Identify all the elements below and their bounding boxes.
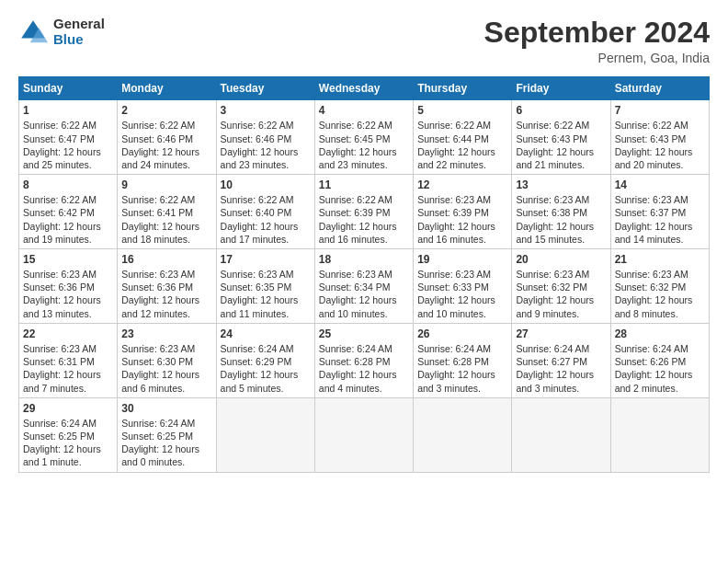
table-cell: 11Sunrise: 6:22 AMSunset: 6:39 PMDayligh… xyxy=(314,175,413,249)
header: General Blue September 2024 Pernem, Goa,… xyxy=(18,17,710,65)
table-cell: 13Sunrise: 6:23 AMSunset: 6:38 PMDayligh… xyxy=(512,175,610,249)
table-cell: 28Sunrise: 6:24 AMSunset: 6:26 PMDayligh… xyxy=(610,323,709,397)
day-number: 14 xyxy=(615,178,705,192)
table-cell: 22Sunrise: 6:23 AMSunset: 6:31 PMDayligh… xyxy=(19,323,118,397)
table-cell xyxy=(610,397,709,472)
day-number: 5 xyxy=(417,103,507,118)
day-number: 23 xyxy=(121,327,211,341)
col-monday: Monday xyxy=(118,77,216,100)
day-number: 12 xyxy=(417,178,507,192)
table-row: 22Sunrise: 6:23 AMSunset: 6:31 PMDayligh… xyxy=(19,323,710,397)
day-number: 1 xyxy=(23,103,113,118)
table-row: 29Sunrise: 6:24 AMSunset: 6:25 PMDayligh… xyxy=(19,397,710,472)
table-cell: 4Sunrise: 6:22 AMSunset: 6:45 PMDaylight… xyxy=(314,100,413,175)
day-number: 16 xyxy=(121,252,211,267)
day-number: 19 xyxy=(417,252,507,267)
day-number: 24 xyxy=(221,327,311,341)
day-number: 18 xyxy=(319,252,409,267)
table-cell: 2Sunrise: 6:22 AMSunset: 6:46 PMDaylight… xyxy=(118,100,216,175)
col-wednesday: Wednesday xyxy=(314,77,413,100)
logo-icon xyxy=(18,17,48,47)
table-cell xyxy=(216,397,314,472)
day-number: 13 xyxy=(516,178,606,192)
table-cell: 29Sunrise: 6:24 AMSunset: 6:25 PMDayligh… xyxy=(19,397,118,472)
day-number: 11 xyxy=(319,178,409,192)
col-thursday: Thursday xyxy=(414,77,512,100)
day-number: 22 xyxy=(23,327,113,341)
day-number: 10 xyxy=(221,178,311,192)
table-cell: 14Sunrise: 6:23 AMSunset: 6:37 PMDayligh… xyxy=(610,175,709,249)
col-friday: Friday xyxy=(512,77,610,100)
month-title: September 2024 xyxy=(484,17,710,49)
table-cell: 18Sunrise: 6:23 AMSunset: 6:34 PMDayligh… xyxy=(314,248,413,323)
table-cell: 6Sunrise: 6:22 AMSunset: 6:43 PMDaylight… xyxy=(512,100,610,175)
table-cell: 8Sunrise: 6:22 AMSunset: 6:42 PMDaylight… xyxy=(19,175,118,249)
logo-general: General xyxy=(53,17,105,32)
day-number: 29 xyxy=(23,401,113,416)
table-cell: 12Sunrise: 6:23 AMSunset: 6:39 PMDayligh… xyxy=(414,175,512,249)
day-number: 2 xyxy=(121,103,211,118)
table-cell: 26Sunrise: 6:24 AMSunset: 6:28 PMDayligh… xyxy=(414,323,512,397)
table-row: 8Sunrise: 6:22 AMSunset: 6:42 PMDaylight… xyxy=(19,175,710,249)
day-number: 15 xyxy=(23,252,113,267)
table-cell: 19Sunrise: 6:23 AMSunset: 6:33 PMDayligh… xyxy=(414,248,512,323)
table-cell: 24Sunrise: 6:24 AMSunset: 6:29 PMDayligh… xyxy=(216,323,314,397)
table-row: 1Sunrise: 6:22 AMSunset: 6:47 PMDaylight… xyxy=(19,100,710,175)
day-number: 4 xyxy=(319,103,409,118)
table-cell: 15Sunrise: 6:23 AMSunset: 6:36 PMDayligh… xyxy=(19,248,118,323)
day-number: 25 xyxy=(319,327,409,341)
main-container: General Blue September 2024 Pernem, Goa,… xyxy=(0,0,728,482)
logo-text: General Blue xyxy=(53,17,105,47)
table-cell: 30Sunrise: 6:24 AMSunset: 6:25 PMDayligh… xyxy=(118,397,216,472)
table-row: 15Sunrise: 6:23 AMSunset: 6:36 PMDayligh… xyxy=(19,248,710,323)
table-cell xyxy=(512,397,610,472)
table-cell: 7Sunrise: 6:22 AMSunset: 6:43 PMDaylight… xyxy=(610,100,709,175)
day-number: 27 xyxy=(516,327,606,341)
header-row: Sunday Monday Tuesday Wednesday Thursday… xyxy=(19,77,710,100)
day-number: 7 xyxy=(615,103,705,118)
col-saturday: Saturday xyxy=(610,77,709,100)
table-cell: 3Sunrise: 6:22 AMSunset: 6:46 PMDaylight… xyxy=(216,100,314,175)
table-cell: 20Sunrise: 6:23 AMSunset: 6:32 PMDayligh… xyxy=(512,248,610,323)
table-cell: 16Sunrise: 6:23 AMSunset: 6:36 PMDayligh… xyxy=(118,248,216,323)
table-cell: 23Sunrise: 6:23 AMSunset: 6:30 PMDayligh… xyxy=(118,323,216,397)
table-cell: 25Sunrise: 6:24 AMSunset: 6:28 PMDayligh… xyxy=(314,323,413,397)
logo-blue: Blue xyxy=(53,32,105,48)
table-cell xyxy=(314,397,413,472)
logo: General Blue xyxy=(18,17,105,47)
table-cell: 9Sunrise: 6:22 AMSunset: 6:41 PMDaylight… xyxy=(118,175,216,249)
table-cell: 10Sunrise: 6:22 AMSunset: 6:40 PMDayligh… xyxy=(216,175,314,249)
table-cell: 1Sunrise: 6:22 AMSunset: 6:47 PMDaylight… xyxy=(19,100,118,175)
table-cell: 21Sunrise: 6:23 AMSunset: 6:32 PMDayligh… xyxy=(610,248,709,323)
col-sunday: Sunday xyxy=(19,77,118,100)
day-number: 8 xyxy=(23,178,113,192)
day-number: 17 xyxy=(221,252,311,267)
table-cell: 27Sunrise: 6:24 AMSunset: 6:27 PMDayligh… xyxy=(512,323,610,397)
table-cell: 5Sunrise: 6:22 AMSunset: 6:44 PMDaylight… xyxy=(414,100,512,175)
calendar-table: Sunday Monday Tuesday Wednesday Thursday… xyxy=(18,76,710,472)
col-tuesday: Tuesday xyxy=(216,77,314,100)
day-number: 28 xyxy=(615,327,705,341)
day-number: 20 xyxy=(516,252,606,267)
table-cell xyxy=(414,397,512,472)
title-block: September 2024 Pernem, Goa, India xyxy=(484,17,710,65)
table-cell: 17Sunrise: 6:23 AMSunset: 6:35 PMDayligh… xyxy=(216,248,314,323)
day-number: 21 xyxy=(615,252,705,267)
day-number: 30 xyxy=(121,401,211,416)
day-number: 6 xyxy=(516,103,606,118)
day-number: 26 xyxy=(417,327,507,341)
day-number: 9 xyxy=(121,178,211,192)
subtitle: Pernem, Goa, India xyxy=(484,51,710,65)
day-number: 3 xyxy=(221,103,311,118)
